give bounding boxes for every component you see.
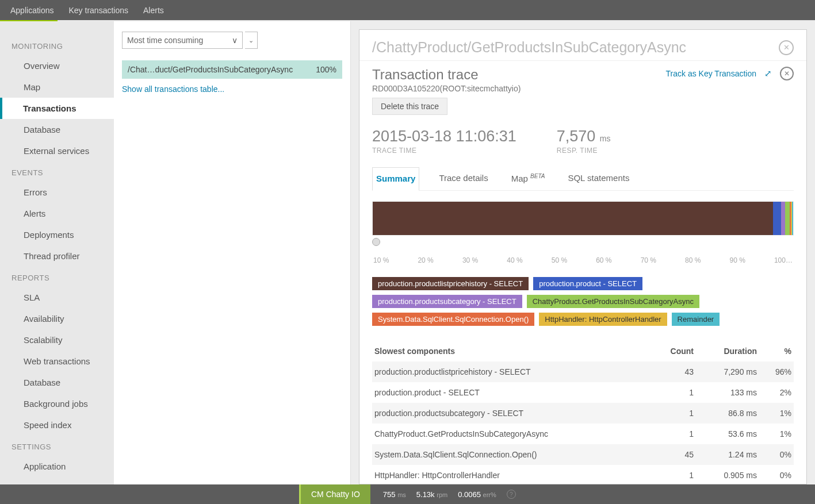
bar-segment	[785, 202, 789, 235]
cell-count: 45	[648, 450, 694, 459]
sidebar-item-map[interactable]: Map	[0, 76, 114, 98]
cell-count: 1	[648, 409, 694, 418]
cell-duration: 1.24 ms	[694, 450, 757, 459]
axis-tick: 100…	[774, 256, 793, 264]
tab-sql-statements[interactable]: SQL statements	[564, 167, 633, 190]
trace-tabs: SummaryTrace detailsMap BETASQL statemen…	[372, 167, 794, 191]
axis-tick: 70 %	[641, 256, 656, 264]
trace-panel: /ChattyProduct/GetProductsInSubCategoryA…	[359, 29, 807, 484]
sidebar-section-settings: SETTINGS	[0, 436, 114, 456]
footer-bar: CM Chatty IO 755 ms 5.13k rpm 0.0065 err…	[0, 484, 815, 504]
close-panel-button[interactable]: ✕	[779, 40, 794, 55]
transaction-row[interactable]: /Chat…duct/GetProductsInSubCategoryAsync…	[122, 60, 342, 79]
cell-name: HttpHandler: HttpControllerHandler	[374, 471, 648, 480]
tab-map[interactable]: Map BETA	[508, 167, 549, 190]
axis-tick: 80 %	[685, 256, 701, 264]
sort-dropdown-toggle[interactable]: ⌄	[245, 32, 258, 49]
sidebar-item-errors[interactable]: Errors	[0, 182, 114, 203]
close-icon: ✕	[784, 70, 790, 78]
footer-app-name[interactable]: CM Chatty IO	[299, 484, 370, 504]
cell-pct: 1%	[757, 409, 791, 418]
bar-segment	[792, 202, 793, 235]
sidebar-item-web-transactions[interactable]: Web transactions	[0, 351, 114, 372]
axis-tick: 50 %	[552, 256, 567, 264]
sidebar-section-events: EVENTS	[0, 161, 114, 182]
cell-pct: 2%	[757, 388, 791, 397]
cell-pct: 96%	[757, 367, 791, 376]
show-all-link[interactable]: Show all transactions table...	[122, 84, 342, 94]
cell-name: production.productlistpricehistory - SEL…	[374, 367, 648, 376]
legend-item[interactable]: Remainder	[672, 313, 720, 326]
sidebar-section-monitoring: MONITORING	[0, 35, 114, 55]
legend-item[interactable]: production.productsubcategory - SELECT	[372, 295, 522, 308]
legend-item[interactable]: production.productlistpricehistory - SEL…	[372, 277, 529, 290]
table-row[interactable]: System.Data.SqlClient.SqlConnection.Open…	[372, 444, 794, 465]
cell-duration: 0.905 ms	[694, 471, 757, 480]
bar-segment	[373, 202, 773, 235]
cell-name: System.Data.SqlClient.SqlConnection.Open…	[374, 450, 648, 459]
resp-time-label: RESP. TIME	[557, 147, 611, 155]
legend-item[interactable]: HttpHandler: HttpControllerHandler	[539, 313, 667, 326]
legend-item[interactable]: ChattyProduct.GetProductsInSubCategoryAs…	[527, 295, 699, 308]
nav-applications[interactable]: Applications	[10, 6, 54, 15]
axis-tick: 90 %	[730, 256, 745, 264]
slowest-components-table: Slowest components Count Duration % prod…	[372, 341, 794, 484]
sidebar-item-sla[interactable]: SLA	[0, 287, 114, 308]
th-count: Count	[648, 347, 694, 356]
cell-count: 1	[648, 388, 694, 397]
sidebar-item-external-services[interactable]: External services	[0, 140, 114, 161]
transaction-pct: 100%	[316, 65, 336, 74]
sidebar-item-availability[interactable]: Availability	[0, 308, 114, 329]
close-icon: ✕	[783, 43, 790, 52]
th-duration: Duration	[694, 347, 757, 356]
expand-icon[interactable]: ⤢	[764, 68, 772, 79]
sidebar-item-scalability[interactable]: Scalability	[0, 329, 114, 351]
nav-key-transactions[interactable]: Key transactions	[69, 6, 129, 15]
th-name: Slowest components	[374, 347, 648, 356]
sidebar-item-transactions[interactable]: Transactions	[0, 98, 114, 119]
sort-select-label: Most time consuming	[127, 36, 203, 45]
trace-root: RD000D3A105220(ROOT:sitecmchattyio)	[372, 84, 521, 93]
bar-segment	[781, 202, 785, 235]
footer-err: 0.0065 err%	[458, 490, 496, 499]
legend-item[interactable]: production.product - SELECT	[533, 277, 642, 290]
track-key-txn-link[interactable]: Track as Key Transaction	[666, 69, 756, 78]
panel-title: /ChattyProduct/GetProductsInSubCategoryA…	[372, 39, 686, 56]
sidebar-item-alerts[interactable]: Alerts	[0, 203, 114, 224]
sidebar-item-overview[interactable]: Overview	[0, 55, 114, 76]
detail-overlay: /ChattyProduct/GetProductsInSubCategoryA…	[351, 21, 815, 484]
table-row[interactable]: HttpHandler: HttpControllerHandler10.905…	[372, 465, 794, 484]
cell-duration: 53.6 ms	[694, 429, 757, 438]
info-icon[interactable]: ?	[507, 490, 516, 499]
sidebar-item-speed-index[interactable]: Speed index	[0, 414, 114, 436]
cell-duration: 7,290 ms	[694, 367, 757, 376]
axis-tick: 40 %	[507, 256, 522, 264]
trace-title: Transaction trace	[372, 67, 521, 83]
table-row[interactable]: production.productsubcategory - SELECT18…	[372, 403, 794, 424]
cell-pct: 1%	[757, 429, 791, 438]
sidebar-item-background-jobs[interactable]: Background jobs	[0, 393, 114, 414]
close-trace-button[interactable]: ✕	[780, 67, 794, 80]
sidebar-item-application[interactable]: Application	[0, 456, 114, 477]
axis-tick: 30 %	[462, 256, 478, 264]
cell-count: 1	[648, 471, 694, 480]
cell-pct: 0%	[757, 450, 791, 459]
chevron-down-icon: ∨	[232, 36, 238, 45]
cell-count: 43	[648, 367, 694, 376]
slider-handle[interactable]	[372, 238, 380, 246]
sidebar-item-database[interactable]: Database	[0, 372, 114, 393]
legend-item[interactable]: System.Data.SqlClient.SqlConnection.Open…	[372, 313, 534, 326]
bar-track	[372, 201, 794, 236]
table-row[interactable]: ChattyProduct.GetProductsInSubCategoryAs…	[372, 424, 794, 444]
delete-trace-button[interactable]: Delete this trace	[372, 98, 447, 115]
sidebar-item-database[interactable]: Database	[0, 119, 114, 140]
tab-trace-details[interactable]: Trace details	[435, 167, 491, 190]
sidebar-item-thread-profiler[interactable]: Thread profiler	[0, 245, 114, 267]
table-row[interactable]: production.product - SELECT1133 ms2%	[372, 382, 794, 403]
tab-summary[interactable]: Summary	[372, 167, 419, 191]
table-row[interactable]: production.productlistpricehistory - SEL…	[372, 361, 794, 382]
sidebar: MONITORINGOverviewMapTransactionsDatabas…	[0, 21, 114, 484]
nav-alerts[interactable]: Alerts	[143, 6, 164, 15]
sort-select[interactable]: Most time consuming ∨	[122, 32, 243, 49]
sidebar-item-deployments[interactable]: Deployments	[0, 224, 114, 245]
